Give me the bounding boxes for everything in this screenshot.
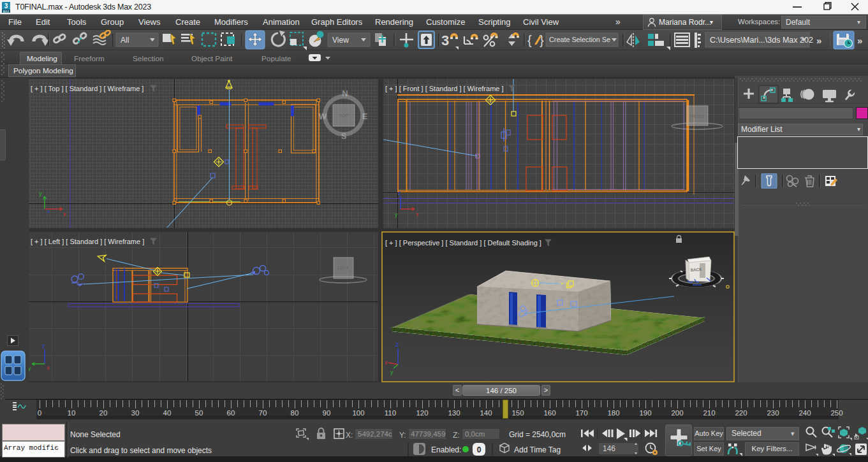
svg-text:20: 20 (99, 409, 108, 417)
svg-text:W: W (319, 112, 327, 121)
svg-text:[ + ] [ Front ] [ Standard ] [: [ + ] [ Front ] [ Standard ] [ Wireframe… (385, 85, 504, 92)
svg-text:80: 80 (291, 409, 299, 417)
svg-text:y: y (29, 365, 31, 372)
svg-text:Add Time Tag: Add Time Tag (514, 445, 561, 454)
svg-text:y: y (39, 191, 42, 197)
svg-text:180: 180 (607, 409, 619, 417)
svg-text:Z: Z (395, 342, 399, 348)
svg-text:All: All (121, 36, 129, 45)
svg-text:0: 0 (38, 409, 41, 417)
svg-text:BACK: BACK (691, 267, 703, 272)
svg-text:E: E (362, 112, 368, 121)
svg-text:}: } (540, 33, 544, 47)
svg-text:40: 40 (163, 409, 172, 417)
svg-text:x: x (47, 365, 50, 371)
svg-text:LEFT: LEFT (337, 266, 349, 270)
svg-text:190: 190 (639, 409, 651, 417)
svg-text:Enabled:: Enabled: (431, 445, 461, 454)
svg-text:N: N (342, 89, 348, 98)
svg-text:x: x (63, 211, 66, 217)
svg-text:130: 130 (448, 409, 460, 417)
svg-text:200: 200 (671, 409, 683, 417)
svg-text:250: 250 (830, 409, 842, 417)
svg-text:z: z (398, 190, 401, 196)
svg-text:0: 0 (477, 445, 482, 454)
svg-text:100: 100 (352, 409, 364, 417)
svg-text:210: 210 (703, 409, 715, 417)
svg-text:110: 110 (385, 409, 396, 417)
svg-text:Create Selection Se: Create Selection Se (549, 36, 610, 43)
svg-text:TOP: TOP (339, 113, 349, 118)
svg-text:3: 3 (4, 3, 8, 10)
svg-text:150: 150 (511, 409, 524, 417)
svg-text:z: z (47, 208, 50, 214)
svg-text:[ + ] [ Left ] [ Standard ] [: [ + ] [ Left ] [ Standard ] [ Wireframe … (31, 238, 144, 245)
svg-text:120: 120 (416, 409, 428, 417)
svg-text:230: 230 (767, 409, 779, 417)
svg-text:160: 160 (543, 409, 555, 417)
svg-text:{: { (527, 33, 532, 47)
svg-text:50: 50 (195, 409, 203, 417)
svg-text:60: 60 (227, 409, 235, 417)
svg-text:170: 170 (575, 409, 587, 417)
svg-text:y: y (390, 369, 394, 375)
svg-text:»: » (816, 35, 821, 46)
svg-text:[ + ] [ Perspective ] [ Standa: [ + ] [ Perspective ] [ Standard ] [ Def… (385, 239, 541, 247)
svg-text:140: 140 (480, 409, 492, 417)
svg-text:10: 10 (68, 409, 76, 417)
svg-text:220: 220 (735, 409, 747, 417)
svg-text:View: View (332, 36, 349, 45)
svg-text:3: 3 (441, 32, 449, 48)
svg-text:MAX: MAX (3, 10, 10, 13)
svg-text:30: 30 (131, 409, 140, 417)
svg-text:C:\Users\Mari...\3ds Max 202: C:\Users\Mari...\3ds Max 202 (710, 36, 813, 45)
svg-text:FRONT: FRONT (689, 114, 705, 119)
svg-text:90: 90 (323, 409, 331, 417)
svg-text:y: y (395, 212, 398, 218)
svg-text:S: S (341, 131, 347, 141)
svg-text:»: » (857, 35, 862, 46)
svg-text:x: x (416, 211, 419, 217)
svg-text:70: 70 (259, 409, 267, 417)
svg-text:240: 240 (798, 409, 811, 417)
svg-text:x: x (385, 359, 388, 366)
svg-text:z: z (42, 343, 45, 349)
svg-text:[ + ] [ Top ] [ Standard ] [ W: [ + ] [ Top ] [ Standard ] [ Wireframe ] (31, 85, 143, 92)
